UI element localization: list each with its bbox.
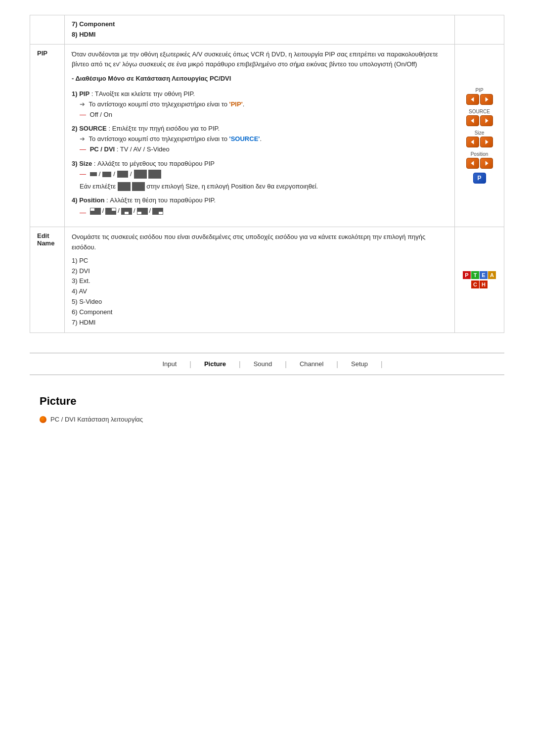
pip-s3-note: Εάν επιλέξτε στην επιλογή Size, η επιλογ… — [80, 182, 447, 192]
pip-btn-row — [466, 94, 493, 105]
source-prev-btn[interactable] — [466, 115, 479, 126]
nav-sep-2: | — [238, 360, 242, 368]
pip-section-1: 1) PIP : TΑνοίξτε και κλείστε την οθόνη … — [72, 89, 447, 120]
component-line1: 7) Component — [72, 19, 447, 30]
pteas-icon-container: P T E A C H — [462, 271, 497, 288]
pip-intro-text: Όταν συνδέονται με την οθόνη εξωτερικές … — [72, 50, 438, 68]
pteas-c: C — [471, 281, 479, 288]
nav-item-picture[interactable]: Picture — [192, 358, 238, 370]
pip-intro: Όταν συνδέονται με την οθόνη εξωτερικές … — [72, 49, 447, 70]
size-remote-label: Size — [466, 130, 493, 136]
edit-name-items: 1) PC 2) DVI 3) Ext. 4) AV 5) S-Video 6)… — [72, 256, 447, 328]
svg-marker-6 — [471, 161, 474, 166]
component-line2: 8) HDMI — [72, 30, 447, 40]
nav-item-channel[interactable]: Channel — [288, 358, 335, 370]
picture-title: Picture — [40, 395, 494, 408]
pip-remote-label: PIP — [466, 88, 493, 93]
pip-section-4: 4) Position : Αλλάξτε τη θέση του παραθύ… — [72, 195, 447, 218]
svg-marker-3 — [485, 118, 488, 123]
source-remote-label: SOURCE — [466, 109, 493, 114]
p-button[interactable]: P — [473, 173, 486, 184]
pip-s4-title: 4) Position : Αλλάξτε τη θέση του παραθύ… — [72, 195, 447, 206]
nav-item-sound[interactable]: Sound — [242, 358, 284, 370]
nav-sep-5: | — [380, 360, 384, 368]
svg-marker-5 — [485, 140, 488, 144]
pip-s2-bullet2: — PC / DVI : TV / AV / S-Video — [80, 144, 447, 155]
pip-row: PIP Όταν συνδέονται με την οθόνη εξωτερι… — [30, 44, 504, 227]
pip-next-btn[interactable] — [480, 94, 493, 105]
ch-grid: C H — [471, 281, 488, 288]
position-remote-label: Position — [466, 151, 493, 157]
pip-remote-group: PIP — [466, 88, 493, 105]
pip-s1-bullet2: — Off / On — [80, 110, 447, 120]
svg-marker-2 — [471, 118, 474, 123]
main-table: 7) Component 8) HDMI PIP Όταν συνδέονται… — [30, 15, 504, 333]
component-icon-cell — [455, 15, 504, 45]
edit-name-item-5: 5) S-Video — [72, 297, 447, 307]
nav-item-setup[interactable]: Setup — [339, 358, 380, 370]
pip-s1-bullet1: ➔ Το αντίστοιχο κουμπί στο τηλεχειριστήρ… — [80, 99, 447, 110]
pteas-e: E — [480, 271, 488, 279]
size-remote-group: Size — [466, 130, 493, 147]
nav-sep-1: | — [188, 360, 192, 368]
remote-icons: PIP SOURCE — [462, 88, 497, 184]
size-btn-row — [466, 137, 493, 147]
pip-bold-text: - Διαθέσιμο Μόνο σε Κατάσταση Λειτουργία… — [72, 75, 231, 82]
svg-marker-7 — [485, 161, 488, 166]
pteas-h: H — [480, 281, 488, 288]
pteas-a: A — [488, 271, 496, 279]
position-next-btn[interactable] — [480, 158, 493, 169]
edit-name-label: EditName — [37, 232, 54, 247]
pip-s3-boxes: — / / / — [80, 169, 447, 180]
svg-marker-4 — [471, 140, 474, 144]
edit-name-item-6: 6) Component — [72, 307, 447, 318]
picture-section: Picture PC / DVI Κατάσταση λειτουργίας — [30, 395, 504, 423]
size-next-btn[interactable] — [480, 137, 493, 147]
pteas-grid: P T E A — [463, 271, 496, 279]
picture-item: PC / DVI Κατάσταση λειτουργίας — [40, 416, 494, 423]
pip-section-2: 2) SOURCE : Επιλέξτε την πηγή εισόδου γι… — [72, 124, 447, 154]
svg-marker-0 — [471, 97, 474, 102]
edit-name-intro: Ονομάστε τις συσκευές εισόδου που είναι … — [72, 232, 447, 253]
pip-s1-title: 1) PIP : TΑνοίξτε και κλείστε την οθόνη … — [72, 89, 447, 99]
pip-icon-cell: PIP SOURCE — [455, 44, 504, 227]
pteas-t: T — [471, 271, 479, 279]
nav-items: Input | Picture | Sound | Channel | Setu… — [150, 358, 383, 370]
pip-label: PIP — [37, 49, 47, 57]
edit-name-item-3: 3) Ext. — [72, 276, 447, 286]
edit-name-item-4: 4) AV — [72, 286, 447, 297]
position-remote-group: Position — [466, 151, 493, 169]
edit-name-item-1: 1) PC — [72, 256, 447, 266]
edit-name-item-2: 2) DVI — [72, 266, 447, 277]
edit-name-icon-cell: P T E A C H — [455, 227, 504, 333]
pip-bold-note: - Διαθέσιμο Μόνο σε Κατάσταση Λειτουργία… — [72, 74, 447, 84]
edit-name-content-cell: Ονομάστε τις συσκευές εισόδου που είναι … — [65, 227, 455, 333]
component-label-cell — [30, 15, 65, 45]
edit-name-label-cell: EditName — [30, 227, 65, 333]
pip-s3-title: 3) Size : Αλλάξτε το μέγεθους του παραθύ… — [72, 159, 447, 169]
picture-item-icon — [40, 416, 46, 423]
svg-marker-1 — [485, 97, 488, 102]
pip-content-cell: Όταν συνδέονται με την οθόνη εξωτερικές … — [65, 44, 455, 227]
pip-label-cell: PIP — [30, 44, 65, 227]
pip-s2-bullet1: ➔ Το αντίστοιχο κουμπί στο τηλεχειριστήρ… — [80, 134, 447, 144]
nav-sep-3: | — [284, 360, 288, 368]
pip-prev-btn[interactable] — [466, 94, 479, 105]
size-prev-btn[interactable] — [466, 137, 479, 147]
source-next-btn[interactable] — [480, 115, 493, 126]
pteas-p: P — [463, 271, 471, 279]
position-prev-btn[interactable] — [466, 158, 479, 169]
edit-name-item-7: 7) HDMI — [72, 318, 447, 328]
page-wrapper: 7) Component 8) HDMI PIP Όταν συνδέονται… — [0, 0, 534, 438]
nav-item-input[interactable]: Input — [150, 358, 188, 370]
source-remote-group: SOURCE — [466, 109, 493, 126]
nav-sep-4: | — [335, 360, 339, 368]
picture-item-text: PC / DVI Κατάσταση λειτουργίας — [50, 416, 143, 423]
pip-s2-title: 2) SOURCE : Επιλέξτε την πηγή εισόδου γι… — [72, 124, 447, 134]
nav-bar: Input | Picture | Sound | Channel | Setu… — [30, 353, 504, 375]
edit-name-row: EditName Ονομάστε τις συσκευές εισόδου π… — [30, 227, 504, 333]
position-btn-row — [466, 158, 493, 169]
pip-s4-positions: — / / / / — [80, 206, 447, 218]
component-content-cell: 7) Component 8) HDMI — [65, 15, 455, 45]
source-btn-row — [466, 115, 493, 126]
